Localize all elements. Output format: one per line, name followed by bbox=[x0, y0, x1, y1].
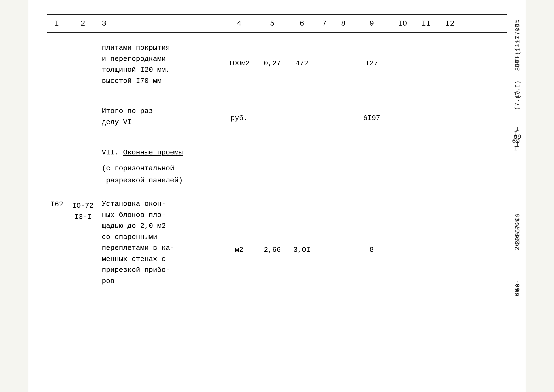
table-row: плитами покрытияи перегородкамитолщиной … bbox=[47, 33, 507, 94]
cell-r1-c12 bbox=[438, 42, 462, 44]
cell-r3-c4: м2 bbox=[222, 198, 256, 254]
header-col-5: 5 bbox=[256, 19, 289, 28]
section-c6 bbox=[289, 147, 315, 148]
page-label-2: (7.I) bbox=[514, 90, 521, 110]
table-header: I 2 3 4 5 6 7 8 9 IO II I2 bbox=[47, 14, 507, 33]
header-col-1: I bbox=[47, 19, 66, 28]
header-col-3: 3 bbox=[99, 19, 222, 28]
header-col-7: 7 bbox=[315, 19, 334, 28]
section-title-cell: VII. Оконные проемы (с горизонтальной ра… bbox=[99, 147, 222, 187]
cell-r1-c8 bbox=[334, 42, 353, 44]
cell-r1-c11 bbox=[414, 42, 438, 44]
cell-r1-c5: 0,27 bbox=[256, 42, 289, 68]
cell-r1-c1 bbox=[47, 42, 66, 44]
cell-r2-c2 bbox=[66, 106, 99, 107]
section-c11 bbox=[414, 147, 438, 148]
cell-r2-c6 bbox=[289, 106, 315, 107]
cell-r1-c6: 472 bbox=[289, 42, 315, 68]
section-subtitle: (с горизонтальной разрезкой панелей) bbox=[102, 162, 222, 187]
section-c2 bbox=[66, 147, 99, 148]
section-title-underline: Оконные проемы bbox=[123, 148, 183, 157]
cell-r3-c7 bbox=[315, 198, 334, 200]
cell-r3-c2: IO-72I3-I bbox=[66, 198, 99, 222]
page: 8OT-(1-17.85 (7.I) I 69 I 20967-09 60- I… bbox=[28, 0, 526, 392]
cell-r1-c9: I27 bbox=[353, 42, 391, 68]
section-c10 bbox=[391, 147, 414, 148]
cell-r3-c6: 3,OI bbox=[289, 198, 315, 254]
cell-r2-c1 bbox=[47, 106, 66, 107]
section-c8 bbox=[334, 147, 353, 148]
section-c12 bbox=[438, 147, 462, 148]
header-col-4: 4 bbox=[222, 19, 256, 28]
cell-r2-c10 bbox=[391, 106, 414, 107]
section-c5 bbox=[256, 147, 289, 148]
cell-r2-c5 bbox=[256, 106, 289, 107]
cell-r3-c8 bbox=[334, 198, 353, 200]
cell-r3-c5: 2,66 bbox=[256, 198, 289, 254]
cell-r1-c3: плитами покрытияи перегородкамитолщиной … bbox=[99, 42, 222, 86]
section-c1 bbox=[47, 147, 66, 148]
header-col-8: 8 bbox=[334, 19, 353, 28]
cell-r2-c9: 6I97 bbox=[353, 106, 391, 122]
cell-r1-c10 bbox=[391, 42, 414, 44]
section-header-row: VII. Оконные проемы (с горизонтальной ра… bbox=[47, 135, 507, 189]
cell-r1-c7 bbox=[315, 42, 334, 44]
section-c9 bbox=[353, 147, 391, 148]
header-col-12: I2 bbox=[438, 19, 462, 28]
cell-r3-c10 bbox=[391, 198, 414, 200]
main-table: I 2 3 4 5 6 7 8 9 IO II I2 плитами покры… bbox=[47, 14, 507, 296]
cell-r1-c4: IOOм2 bbox=[222, 42, 256, 68]
section-c7 bbox=[315, 147, 334, 148]
cell-r2-c8 bbox=[334, 106, 353, 107]
page-label-1: 8ОТ-(1-17.85 bbox=[514, 19, 521, 67]
header-col-11: II bbox=[414, 19, 438, 28]
cell-r2-c12 bbox=[438, 106, 462, 107]
header-col-9: 9 bbox=[353, 19, 391, 28]
table-row: I62 IO-72I3-I Установка окон-ных блоков … bbox=[47, 189, 507, 296]
section-c4 bbox=[222, 147, 256, 148]
table-row: Итого по раз-делу VI руб. 6I97 bbox=[47, 98, 507, 135]
cell-r3-c3: Установка окон-ных блоков пло-щадью до 2… bbox=[99, 198, 222, 287]
cell-r2-c3: Итого по раз-делу VI bbox=[99, 106, 222, 128]
cell-r3-c9: 8 bbox=[353, 198, 391, 254]
cell-r1-c2 bbox=[66, 42, 99, 44]
cell-r3-c12 bbox=[438, 198, 462, 200]
row-divider bbox=[47, 96, 507, 96]
cell-r2-c4: руб. bbox=[222, 106, 256, 122]
cell-r2-c11 bbox=[414, 106, 438, 107]
page-num-block: I 69 I bbox=[512, 130, 520, 152]
page-label-3: 20967-09 bbox=[514, 218, 521, 250]
cell-r2-c7 bbox=[315, 106, 334, 107]
page-label-4: 60- bbox=[514, 284, 521, 296]
section-title-text: VII. Оконные проемы bbox=[102, 147, 222, 159]
cell-r3-c1: I62 bbox=[47, 198, 66, 209]
header-col-10: IO bbox=[391, 19, 414, 28]
header-col-6: 6 bbox=[289, 19, 315, 28]
cell-r3-c11 bbox=[414, 198, 438, 200]
header-col-2: 2 bbox=[66, 19, 99, 28]
